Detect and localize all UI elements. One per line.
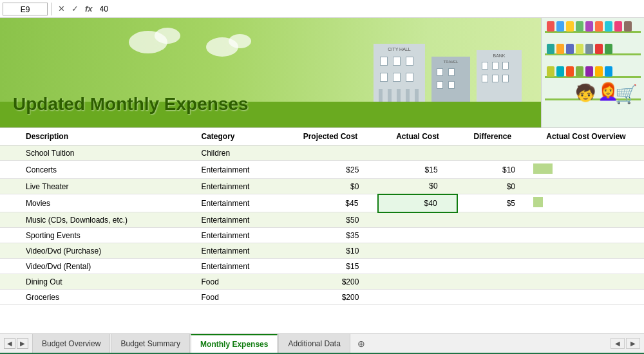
tab-bar: ◀ ▶ Budget OverviewBudget SummaryMonthly… (0, 333, 644, 353)
table-row[interactable]: Music (CDs, Downloads, etc.)Entertainmen… (0, 212, 644, 228)
table-row[interactable]: Video/Dvd (Rental)Entertainment$15 (0, 259, 644, 274)
spreadsheet-area: CITY HALL TRAVEL (0, 18, 644, 333)
category-cell[interactable]: Entertainment (196, 212, 283, 228)
difference-cell[interactable] (457, 290, 528, 305)
difference-cell[interactable] (457, 274, 528, 290)
table-row[interactable]: Sporting EventsEntertainment$35 (0, 228, 644, 243)
description-cell[interactable]: Concerts (0, 161, 196, 179)
difference-cell[interactable] (457, 243, 528, 259)
description-cell[interactable]: Sporting Events (0, 228, 196, 243)
difference-cell[interactable] (457, 228, 528, 243)
projected-cost-cell[interactable]: $35 (283, 228, 379, 243)
projected-cost-cell[interactable]: $200 (283, 274, 379, 290)
formula-input[interactable] (97, 3, 641, 15)
actual-cost-cell[interactable] (378, 145, 457, 161)
scroll-left-btn[interactable]: ◀ (611, 338, 625, 349)
category-cell[interactable]: Children (196, 145, 283, 161)
description-cell[interactable]: Groceries (0, 290, 196, 305)
table-row[interactable]: GroceriesFood$200 (0, 290, 644, 305)
difference-cell[interactable] (457, 259, 528, 274)
fx-icon[interactable]: fx (83, 4, 95, 14)
difference-cell[interactable]: $5 (457, 194, 528, 212)
tab-budget-overview[interactable]: Budget Overview (32, 334, 110, 353)
tab-add-button[interactable]: ⊕ (351, 334, 372, 353)
category-header: Category (196, 128, 283, 145)
cloud-decoration (155, 28, 180, 44)
actual-cost-header: Actual Cost (378, 128, 457, 145)
projected-cost-cell[interactable] (283, 145, 379, 161)
table-area: Description Category Projected Cost Actu… (0, 127, 644, 333)
category-cell[interactable]: Entertainment (196, 228, 283, 243)
projected-cost-cell[interactable]: $200 (283, 290, 379, 305)
description-cell[interactable]: Video/Dvd (Purchase) (0, 243, 196, 259)
table-row[interactable]: MoviesEntertainment$45$40$5 (0, 194, 644, 212)
cancel-icon[interactable]: ✕ (56, 4, 67, 14)
cloud-decoration (229, 34, 251, 48)
overview-cell (528, 194, 644, 212)
overview-cell (528, 228, 644, 243)
category-cell[interactable]: Entertainment (196, 179, 283, 194)
tab-nav-left[interactable]: ◀ (4, 338, 15, 349)
projected-cost-cell[interactable]: $45 (283, 194, 379, 212)
actual-cost-cell[interactable]: $40 (378, 194, 457, 212)
cell-reference-box[interactable]: E9 (3, 3, 48, 15)
description-cell[interactable]: Movies (0, 194, 196, 212)
difference-header: Difference (457, 128, 528, 145)
actual-cost-cell[interactable] (378, 259, 457, 274)
actual-cost-cell[interactable] (378, 228, 457, 243)
difference-cell[interactable]: $0 (457, 179, 528, 194)
projected-cost-cell[interactable]: $0 (283, 179, 379, 194)
actual-cost-cell[interactable] (378, 290, 457, 305)
actual-cost-cell[interactable] (378, 212, 457, 228)
category-cell[interactable]: Food (196, 274, 283, 290)
difference-cell[interactable] (457, 145, 528, 161)
tab-monthly-expenses[interactable]: Monthly Expenses (191, 334, 278, 353)
table-row[interactable]: Live TheaterEntertainment$0$0$0 (0, 179, 644, 194)
projected-cost-cell[interactable]: $50 (283, 212, 379, 228)
projected-cost-cell[interactable]: $15 (283, 259, 379, 274)
overview-cell (528, 274, 644, 290)
overview-bar (533, 197, 543, 207)
overview-cell (528, 179, 644, 194)
tabs-container: Budget OverviewBudget SummaryMonthly Exp… (32, 334, 351, 353)
description-cell[interactable]: Dining Out (0, 274, 196, 290)
tab-budget-summary[interactable]: Budget Summary (111, 334, 190, 353)
confirm-icon[interactable]: ✓ (70, 4, 80, 14)
table-header-row: Description Category Projected Cost Actu… (0, 128, 644, 145)
tab-nav-right[interactable]: ▶ (17, 338, 28, 349)
overview-cell (528, 161, 644, 179)
overview-cell (528, 259, 644, 274)
category-cell[interactable]: Entertainment (196, 161, 283, 179)
category-cell[interactable]: Entertainment (196, 243, 283, 259)
tab-navigation: ◀ ▶ (0, 334, 32, 353)
banner: CITY HALL TRAVEL (0, 18, 644, 127)
projected-cost-header: Projected Cost (283, 128, 379, 145)
description-cell[interactable]: School Tuition (0, 145, 196, 161)
actual-cost-cell[interactable] (378, 274, 457, 290)
description-cell[interactable]: Video/Dvd (Rental) (0, 259, 196, 274)
category-cell[interactable]: Food (196, 290, 283, 305)
table-row[interactable]: Dining OutFood$200 (0, 274, 644, 290)
description-cell[interactable]: Music (CDs, Downloads, etc.) (0, 212, 196, 228)
projected-cost-cell[interactable]: $10 (283, 243, 379, 259)
actual-cost-cell[interactable]: $15 (378, 161, 457, 179)
buildings-decoration: CITY HALL TRAVEL (354, 18, 644, 127)
category-cell[interactable]: Entertainment (196, 194, 283, 212)
overview-cell (528, 212, 644, 228)
overview-header: Actual Cost Overview (528, 128, 644, 145)
table-row[interactable]: Video/Dvd (Purchase)Entertainment$10 (0, 243, 644, 259)
difference-cell[interactable] (457, 212, 528, 228)
table-row[interactable]: ConcertsEntertainment$25$15$10 (0, 161, 644, 179)
overview-bar (533, 163, 553, 174)
actual-cost-cell[interactable]: $0 (378, 179, 457, 194)
scroll-right-btn[interactable]: ▶ (626, 338, 640, 349)
difference-cell[interactable]: $10 (457, 161, 528, 179)
description-cell[interactable]: Live Theater (0, 179, 196, 194)
tab-additional-data[interactable]: Additional Data (278, 334, 350, 353)
category-cell[interactable]: Entertainment (196, 259, 283, 274)
overview-cell (528, 243, 644, 259)
actual-cost-cell[interactable] (378, 243, 457, 259)
table-row[interactable]: School TuitionChildren (0, 145, 644, 161)
projected-cost-cell[interactable]: $25 (283, 161, 379, 179)
overview-cell (528, 145, 644, 161)
